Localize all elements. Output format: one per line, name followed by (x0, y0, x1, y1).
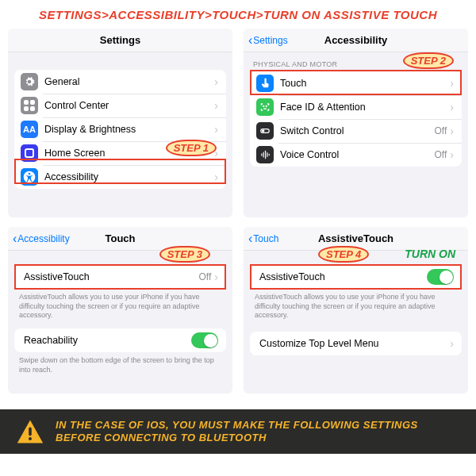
chevron-right-icon: › (214, 123, 218, 136)
panel-accessibility: ‹Settings Accessibility PHYSICAL AND MOT… (244, 29, 468, 217)
row-assistivetouch-toggle[interactable]: AssistiveTouch (250, 265, 462, 289)
chevron-right-icon: › (214, 147, 218, 159)
back-settings[interactable]: ‹Settings (248, 29, 288, 52)
headline: SETTINGS>ACCESSIBILITY>TOUCH>TURN ON ASS… (0, 0, 476, 26)
chevron-right-icon: › (450, 101, 454, 113)
assistive-toggle-group: AssistiveTouch (250, 265, 462, 289)
panel-touch: ‹Accessibility Touch AssistiveTouch Off … (8, 227, 232, 393)
faceid-icon (256, 98, 274, 116)
section-physical: PHYSICAL AND MOTOR (244, 52, 468, 71)
back-touch[interactable]: ‹Touch (248, 227, 278, 250)
chevron-right-icon: › (214, 75, 218, 88)
status-off: Off (199, 271, 212, 282)
label-control: Control Center (44, 100, 214, 111)
svg-point-12 (29, 437, 32, 440)
nav-title: Accessibility (324, 34, 388, 46)
back-accessibility[interactable]: ‹Accessibility (13, 227, 70, 250)
panels-grid: Settings General › Control Center › AA D… (8, 29, 468, 393)
row-display[interactable]: AA Display & Brightness › (14, 117, 226, 141)
svg-point-5 (262, 129, 265, 132)
row-home-screen[interactable]: Home Screen › (14, 141, 226, 165)
navbar-accessibility: ‹Settings Accessibility (244, 29, 468, 52)
accessibility-group: Touch › Face ID & Attention › Switch Con… (250, 71, 462, 167)
chevron-left-icon: ‹ (248, 232, 252, 246)
chevron-left-icon: ‹ (248, 33, 252, 48)
label-access: Accessibility (44, 171, 214, 182)
svg-rect-6 (261, 153, 262, 156)
chevron-right-icon: › (450, 148, 454, 161)
navbar-touch: ‹Accessibility Touch (8, 227, 232, 251)
navbar-settings: Settings (8, 29, 232, 52)
label-assistive: AssistiveTouch (24, 271, 199, 282)
row-reachability[interactable]: Reachability (14, 328, 226, 352)
row-control-center[interactable]: Control Center › (14, 94, 226, 117)
warning-banner: IN THE CASE OF IOS, YOU MUST MAKE THE FO… (0, 409, 476, 454)
label-general: General (44, 76, 214, 87)
assistivetouch-toggle[interactable] (427, 269, 454, 285)
navbar-assistive: ‹Touch AssistiveTouch (244, 227, 468, 251)
svg-rect-10 (269, 154, 270, 155)
nav-title: AssistiveTouch (318, 232, 393, 244)
footnote-assistive: AssistiveTouch allows you to use your iP… (244, 289, 468, 321)
row-general[interactable]: General › (14, 70, 226, 94)
row-faceid[interactable]: Face ID & Attention › (250, 95, 462, 119)
label-custom: Customize Top Level Menu (259, 338, 450, 349)
panel-settings: Settings General › Control Center › AA D… (8, 29, 232, 217)
gear-icon (21, 73, 38, 90)
row-voice-control[interactable]: Voice Control Off › (250, 143, 462, 167)
chevron-right-icon: › (450, 337, 454, 350)
footnote-reach: Swipe down on the bottom edge of the scr… (8, 352, 232, 374)
chevron-left-icon: ‹ (13, 232, 17, 246)
svg-rect-7 (263, 152, 264, 158)
svg-rect-8 (265, 151, 266, 159)
nav-title: Settings (100, 34, 140, 46)
chevron-right-icon: › (214, 99, 218, 112)
label-touch: Touch (280, 78, 450, 89)
label-faceid: Face ID & Attention (280, 102, 450, 113)
reachability-toggle[interactable] (191, 332, 218, 348)
touch-icon (256, 75, 274, 92)
label-display: Display & Brightness (44, 124, 214, 135)
row-touch[interactable]: Touch › (250, 71, 462, 95)
switch-control-icon (256, 122, 274, 140)
label-voice: Voice Control (280, 149, 435, 160)
svg-point-2 (263, 106, 264, 106)
row-switch-control[interactable]: Switch Control Off › (250, 119, 462, 143)
label-home: Home Screen (44, 148, 214, 159)
home-screen-icon (21, 144, 38, 162)
row-customize-menu[interactable]: Customize Top Level Menu › (250, 332, 462, 355)
row-accessibility[interactable]: Accessibility › (14, 165, 226, 189)
voice-control-icon (256, 146, 274, 163)
chevron-right-icon: › (214, 171, 218, 183)
footnote-assistive: AssistiveTouch allows you to use your iP… (8, 289, 232, 321)
svg-point-3 (266, 106, 267, 106)
status-off: Off (435, 149, 447, 160)
reachability-group: Reachability (14, 328, 226, 352)
settings-group: General › Control Center › AA Display & … (14, 70, 226, 189)
banner-message: IN THE CASE OF IOS, YOU MUST MAKE THE FO… (56, 419, 460, 445)
chevron-right-icon: › (450, 125, 454, 137)
control-center-icon (21, 97, 38, 114)
customize-group: Customize Top Level Menu › (250, 332, 462, 355)
chevron-right-icon: › (214, 271, 218, 283)
status-off: Off (435, 125, 447, 136)
label-reach: Reachability (24, 335, 191, 346)
accessibility-icon (21, 168, 38, 186)
svg-rect-9 (267, 152, 267, 157)
warning-icon (16, 417, 44, 446)
assistivetouch-group: AssistiveTouch Off › (14, 265, 226, 289)
nav-title: Touch (105, 232, 135, 244)
svg-rect-11 (29, 428, 32, 436)
label-switch: Switch Control (280, 125, 435, 136)
panel-assistivetouch: ‹Touch AssistiveTouch AssistiveTouch Ass… (244, 227, 468, 393)
display-icon: AA (21, 121, 38, 138)
label-assistive: AssistiveTouch (259, 271, 427, 282)
chevron-right-icon: › (450, 77, 454, 90)
row-assistivetouch[interactable]: AssistiveTouch Off › (14, 265, 226, 289)
svg-point-1 (29, 173, 31, 175)
